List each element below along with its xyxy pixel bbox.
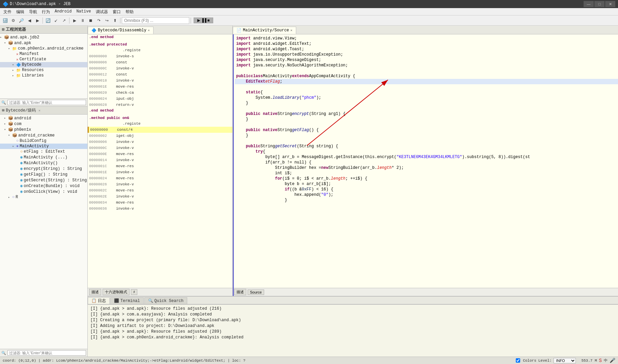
tree-item-resources[interactable]: ▸ 📁 Resources bbox=[0, 67, 87, 73]
console-tab-search[interactable]: 🔍 Quick Search bbox=[144, 297, 187, 304]
left-split: ⊞ 工程浏览器 ▸ 📦 and.apk.jdb2 ▾ 📦 and.apk ▾ 📁 bbox=[0, 26, 88, 357]
colors-checkbox[interactable] bbox=[516, 358, 520, 363]
tree-item-root[interactable]: ▸ 📦 and.apk.jdb2 bbox=[0, 34, 87, 40]
tree-getsecret[interactable]: ▸ ◉ getSecret(String) : String bbox=[0, 177, 87, 183]
menu-action[interactable]: 行为 bbox=[40, 9, 52, 14]
tree-encrypt[interactable]: ▸ ◉ encrypt(String) : String bbox=[0, 166, 87, 172]
tree-item-cert[interactable]: ▸ ✕ Certificate bbox=[0, 57, 87, 62]
menu-help[interactable]: 帮助 bbox=[123, 9, 136, 14]
bytecode-row-00000012: 00000012 const bbox=[88, 71, 232, 78]
tree-android-crackme[interactable]: ▾ 📦 android_crackme bbox=[0, 132, 87, 138]
dis-footer-tab-hex[interactable]: 十六进制格式 bbox=[103, 289, 130, 295]
menu-native[interactable]: Native bbox=[74, 9, 93, 14]
size-label: 553.7 M bbox=[581, 359, 597, 363]
code-token: ); bbox=[329, 192, 333, 198]
tree-label: Certificate bbox=[20, 57, 46, 62]
tree-arrow: ▾ bbox=[4, 128, 7, 131]
tab-source[interactable]: 📄 MainActivity/Source ✕ bbox=[233, 27, 296, 34]
tree-r[interactable]: ▸ ○ R bbox=[0, 194, 87, 200]
toolbar-btn-debug-1[interactable]: ▶ bbox=[71, 17, 78, 24]
tree-arrow: ▾ bbox=[4, 41, 7, 45]
tree-ma-default[interactable]: ▸ ◉ MainActivity() bbox=[0, 160, 87, 166]
menu-file[interactable]: 文件 bbox=[1, 9, 13, 14]
source-footer-desc[interactable]: 描述 bbox=[234, 289, 246, 295]
code-token: if bbox=[285, 187, 289, 192]
tree-buildconfig[interactable]: ▸ ○ BuildConfig bbox=[0, 138, 87, 144]
bytecode-row-00000006: 00000006 const bbox=[88, 59, 232, 65]
tree-getflag[interactable]: ▸ ◉ getFlag() : String bbox=[0, 172, 87, 177]
toolbar-btn-debug-3[interactable]: ⏹ bbox=[87, 17, 94, 24]
bytecode-class-tab-x[interactable]: ✕ bbox=[38, 109, 40, 113]
toolbar-btn-3[interactable]: 🔎 bbox=[18, 17, 25, 24]
source-panel: 📄 MainActivity/Source ✕ import android.v… bbox=[233, 26, 618, 296]
bytecode-row-registe-2: .registe bbox=[88, 121, 232, 127]
tree-ongoclick[interactable]: ▸ ◉ onGoClick(View) : void bbox=[0, 189, 87, 194]
tab-close-source[interactable]: ✕ bbox=[290, 28, 292, 32]
tree-label: onCreate(Bundle) : void bbox=[24, 184, 80, 188]
code-token: } bbox=[236, 117, 248, 122]
toolbar-btn-7[interactable]: ↙ bbox=[52, 17, 60, 24]
bytecode-method-protected: .method protected bbox=[88, 42, 232, 47]
main-area: ⊞ 工程浏览器 ▸ 📦 and.apk.jdb2 ▾ 📦 and.apk ▾ 📁 bbox=[0, 26, 618, 357]
menu-nav[interactable]: 导航 bbox=[27, 9, 39, 14]
maximize-button[interactable]: □ bbox=[594, 1, 605, 7]
code-token: import bbox=[236, 63, 251, 68]
tree-arrow: ▸ bbox=[12, 74, 16, 78]
toolbar-btn-debug-4[interactable]: ↷ bbox=[95, 17, 103, 24]
toolbar-btn-debug-6[interactable]: ⬆ bbox=[111, 17, 119, 24]
code-token: java.io.UnsupportedEncodingException; bbox=[251, 52, 343, 57]
console-tab-log[interactable]: 📋 日志 bbox=[88, 297, 110, 304]
menu-debugger[interactable]: 调试器 bbox=[94, 9, 110, 14]
tree-item-apk[interactable]: ▾ 📦 and.apk bbox=[0, 40, 87, 46]
toolbar-btn-debug-5[interactable]: ↪ bbox=[103, 17, 111, 24]
tree-mainactivity[interactable]: ▾ ● MainActivity bbox=[0, 144, 87, 149]
toolbar-btn-4[interactable]: ◀ bbox=[26, 17, 33, 24]
level-select[interactable]: INFO DEBUG WARN ERROR bbox=[554, 358, 576, 363]
dis-footer-tab-sharp[interactable]: ♯ bbox=[131, 289, 137, 295]
toolbar-btn-5[interactable]: ▶ bbox=[34, 17, 41, 24]
minimize-button[interactable]: — bbox=[584, 1, 594, 7]
toolbar-btn-debug-2[interactable]: ⏸ bbox=[79, 17, 86, 24]
code-token: etFlag bbox=[265, 79, 280, 84]
tree-item-manifest[interactable]: ▸ ✕ Manifest bbox=[0, 51, 87, 57]
code-token: } bbox=[236, 198, 287, 203]
toolbar-btn-6[interactable]: 🔄 bbox=[44, 17, 52, 24]
toolbar-btn-8[interactable]: ↗ bbox=[60, 17, 68, 24]
project-filter-input[interactable] bbox=[7, 100, 86, 105]
bytecode-row-00000028: 00000028 return-v bbox=[88, 102, 232, 108]
tree-ma-init[interactable]: ▸ ◉ MainActivity (...) bbox=[0, 154, 87, 160]
toolbar-run-button[interactable]: ▶ ▐▐ ■ bbox=[194, 18, 213, 23]
tree-etflag[interactable]: ▸ ○ etFlag : EditText bbox=[0, 149, 87, 154]
tree-label: MainActivity bbox=[20, 144, 49, 149]
toolbar-btn-1[interactable]: 🔙 bbox=[1, 17, 9, 24]
tree-item-bytecode[interactable]: ▾ 🔷 Bytecode bbox=[0, 62, 87, 67]
tree-ph0en1x[interactable]: ▾ 📦 ph0en1x bbox=[0, 127, 87, 132]
tree-oncreate[interactable]: ▸ ◉ onCreate(Bundle) : void bbox=[0, 183, 87, 189]
code-line: import java.security.NoSuchAlgorithmExce… bbox=[235, 63, 618, 68]
menu-window[interactable]: 窗口 bbox=[111, 9, 123, 14]
code-token: import bbox=[236, 57, 251, 63]
tree-item-libraries[interactable]: ▸ 📁 Libraries bbox=[0, 73, 87, 78]
close-button[interactable]: ✕ bbox=[605, 1, 615, 7]
tree-arrow: ▸ bbox=[12, 68, 16, 72]
source-footer-source[interactable]: Source bbox=[248, 290, 264, 295]
code-token: static bbox=[246, 90, 260, 95]
tab-close-disassembly[interactable]: ✕ bbox=[148, 28, 150, 32]
menu-edit[interactable]: 编辑 bbox=[14, 9, 26, 14]
omnibox-input[interactable] bbox=[122, 17, 189, 24]
bytecode-filter-input[interactable] bbox=[7, 350, 86, 356]
tab-disassembly[interactable]: 🔷 Bytecode/Disassembly ✕ bbox=[88, 27, 153, 34]
tree-android[interactable]: ▸ 📦 android bbox=[0, 115, 87, 121]
jeb-icon: S bbox=[599, 358, 602, 363]
mic-icon: 🎤 bbox=[610, 358, 615, 363]
tree-item-pkg[interactable]: ▾ 📁 com.ph0en1x.android_crackme bbox=[0, 46, 87, 51]
dis-footer-tab-desc[interactable]: 描述 bbox=[89, 289, 101, 295]
bytecode-row-00000024: 00000024 iput-obj bbox=[88, 96, 232, 102]
code-token bbox=[236, 111, 246, 117]
code-line-getflag-close: } bbox=[235, 133, 618, 138]
tree-com[interactable]: ▸ 📦 com bbox=[0, 121, 87, 127]
toolbar-btn-2[interactable]: ⚙ bbox=[9, 17, 17, 24]
console-tab-terminal[interactable]: ⬛ Terminal bbox=[110, 297, 144, 304]
console-line: [I] {and.apk > and.apk}: Resource files … bbox=[90, 329, 615, 335]
menu-android[interactable]: Android bbox=[53, 9, 74, 14]
